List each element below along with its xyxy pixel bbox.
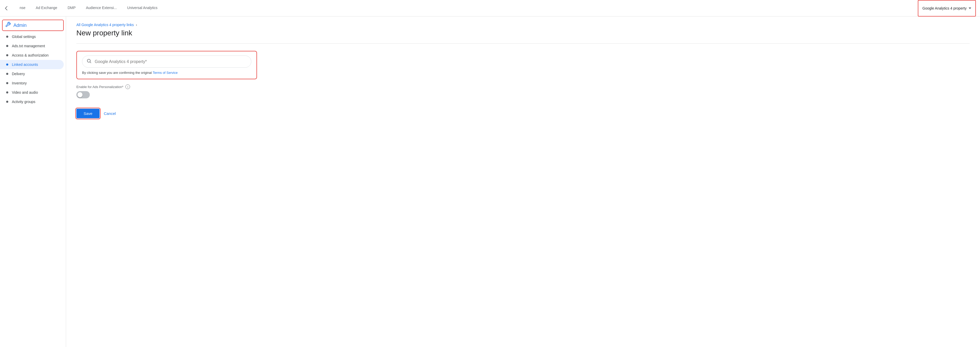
sidebar-label-activity-groups: Activity groups <box>12 100 35 104</box>
sidebar-label-delivery: Delivery <box>12 72 25 76</box>
sidebar-item-linked-accounts[interactable]: Linked accounts <box>0 60 64 69</box>
sidebar-item-delivery[interactable]: Delivery <box>0 69 64 78</box>
tab-ga4-dropdown[interactable]: Google Analytics 4 property <box>918 0 976 16</box>
breadcrumb-link[interactable]: All Google Analytics 4 property links <box>76 23 134 27</box>
page-title: New property link <box>76 29 970 37</box>
tab-audience-extension[interactable]: Audience Extensi... <box>81 0 122 16</box>
cancel-button[interactable]: Cancel <box>104 111 116 116</box>
sidebar-label-global-settings: Global settings <box>12 35 36 39</box>
sidebar-item-activity-groups[interactable]: Activity groups <box>0 97 64 107</box>
search-input[interactable] <box>95 59 247 64</box>
dot-icon <box>6 45 8 47</box>
toggle-track <box>76 91 90 99</box>
admin-label: Admin <box>13 23 27 28</box>
top-nav: nse Ad Exchange DMP Audience Extensi... … <box>0 0 980 16</box>
tab-ad-exchange[interactable]: Ad Exchange <box>31 0 62 16</box>
sidebar-item-video-audio[interactable]: Video and audio <box>0 88 64 97</box>
dot-active-icon <box>6 64 8 65</box>
tos-text: By clicking save you are confirming the … <box>82 71 251 75</box>
nav-tabs: nse Ad Exchange DMP Audience Extensi... … <box>13 0 918 16</box>
admin-wrench-icon <box>5 22 11 29</box>
tab-dmp[interactable]: DMP <box>62 0 81 16</box>
toggle-label: Enable for Ads Personalization* <box>76 85 123 89</box>
sidebar-label-access-auth: Access & authorization <box>12 53 49 57</box>
search-section: By clicking save you are confirming the … <box>76 51 257 79</box>
sidebar-item-inventory[interactable]: Inventory <box>0 78 64 88</box>
back-button[interactable] <box>0 0 13 16</box>
svg-line-1 <box>90 62 91 63</box>
sidebar-item-ads-txt[interactable]: Ads.txt management <box>0 41 64 51</box>
dot-icon <box>6 101 8 103</box>
sidebar-label-linked-accounts: Linked accounts <box>12 62 38 67</box>
sidebar-label-ads-txt: Ads.txt management <box>12 44 45 48</box>
sidebar-item-access-auth[interactable]: Access & authorization <box>0 51 64 60</box>
info-icon[interactable]: i <box>126 84 130 89</box>
chevron-down-icon <box>969 8 971 9</box>
toggle-section: Enable for Ads Personalization* i <box>76 84 970 99</box>
toggle-label-row: Enable for Ads Personalization* i <box>76 84 970 89</box>
dot-icon <box>6 36 8 38</box>
save-button[interactable]: Save <box>76 109 100 118</box>
sidebar-item-global-settings[interactable]: Global settings <box>0 32 64 41</box>
admin-header[interactable]: Admin <box>2 20 64 31</box>
sidebar-label-inventory: Inventory <box>12 81 27 85</box>
dot-icon <box>6 82 8 84</box>
sidebar: Admin Global settings Ads.txt management… <box>0 16 66 347</box>
tos-prefix: By clicking save you are confirming the … <box>82 71 153 75</box>
dot-icon <box>6 73 8 75</box>
breadcrumb: All Google Analytics 4 property links › <box>76 23 970 27</box>
tab-ga4-label: Google Analytics 4 property <box>923 6 967 10</box>
divider <box>76 43 970 44</box>
content-area: All Google Analytics 4 property links › … <box>66 16 980 347</box>
tos-link[interactable]: Terms of Service <box>153 71 178 75</box>
toggle-switch[interactable] <box>76 91 90 99</box>
sidebar-label-video-audio: Video and audio <box>12 91 38 94</box>
toggle-thumb <box>77 92 83 97</box>
search-icon <box>86 58 92 65</box>
search-input-row <box>82 56 251 68</box>
action-buttons: Save Cancel <box>76 109 970 118</box>
dot-icon <box>6 54 8 56</box>
tab-universal-analytics[interactable]: Universal Analytics <box>122 0 163 16</box>
dot-icon <box>6 91 8 94</box>
tab-nse[interactable]: nse <box>14 0 31 16</box>
breadcrumb-chevron-icon: › <box>136 23 137 27</box>
main-layout: Admin Global settings Ads.txt management… <box>0 16 980 347</box>
